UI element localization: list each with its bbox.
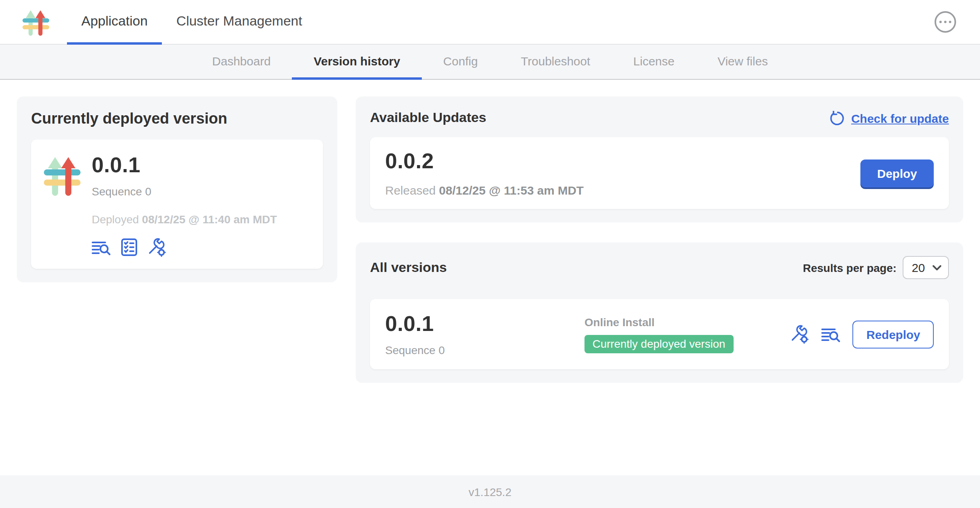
deployed-version-panel: 0.0.1 Sequence 0 Deployed 08/12/25 @ 11:… — [31, 140, 323, 269]
header-spacer — [317, 0, 935, 44]
app-logo-icon — [44, 155, 81, 196]
ellipsis-dot — [949, 21, 952, 24]
subnav-license[interactable]: License — [612, 45, 696, 80]
config-wrench-icon[interactable] — [148, 238, 167, 257]
redeploy-button[interactable]: Redeploy — [853, 320, 934, 348]
ellipsis-dot — [939, 21, 942, 24]
ellipsis-dot — [944, 21, 947, 24]
footer: v1.125.2 — [0, 475, 980, 508]
currently-deployed-title: Currently deployed version — [31, 110, 323, 128]
available-updates-card: Available Updates Check for update 0.0.2… — [356, 96, 963, 222]
logs-icon[interactable] — [92, 238, 111, 256]
subnav-view-files[interactable]: View files — [696, 45, 789, 80]
refresh-icon — [830, 110, 846, 126]
deployed-version-number: 0.0.1 — [92, 153, 277, 178]
install-type-label: Online Install — [584, 315, 791, 328]
results-per-page: Results per page: 20 — [803, 256, 949, 279]
version-row-status-block: Online Install Currently deployed versio… — [584, 315, 791, 353]
right-column: Available Updates Check for update 0.0.2… — [356, 96, 963, 383]
update-released-timestamp: Released 08/12/25 @ 11:53 am MDT — [385, 183, 584, 197]
results-per-page-label: Results per page: — [803, 261, 897, 274]
currently-deployed-card: Currently deployed version 0.0.1 Sequenc… — [17, 96, 337, 282]
subnav-config[interactable]: Config — [422, 45, 500, 80]
ellipsis-menu-button[interactable] — [935, 11, 956, 33]
logs-icon[interactable] — [822, 325, 841, 343]
version-row-actions: Redeploy — [791, 320, 934, 348]
available-update-row: 0.0.2 Released 08/12/25 @ 11:53 am MDT D… — [370, 137, 949, 209]
deployed-timestamp: Deployed 08/12/25 @ 11:40 am MDT — [92, 213, 277, 226]
row-sequence: Sequence 0 — [385, 344, 584, 356]
deployed-sequence: Sequence 0 — [92, 185, 277, 198]
subnav-troubleshoot[interactable]: Troubleshoot — [499, 45, 612, 80]
app-root: Application Cluster Management Dashboard… — [0, 0, 980, 508]
deployed-version-details: 0.0.1 Sequence 0 Deployed 08/12/25 @ 11:… — [92, 153, 277, 257]
chevron-down-icon — [932, 264, 942, 271]
page-subnav: Dashboard Version history Config Trouble… — [0, 45, 980, 80]
check-for-update-label: Check for update — [851, 111, 949, 125]
app-level-tabs: Application Cluster Management — [67, 0, 317, 44]
update-details: 0.0.2 Released 08/12/25 @ 11:53 am MDT — [385, 149, 584, 197]
currently-deployed-badge: Currently deployed version — [584, 335, 733, 353]
app-logo — [44, 153, 81, 257]
subnav-version-history[interactable]: Version history — [292, 45, 422, 80]
results-per-page-select[interactable]: 20 — [903, 256, 949, 279]
version-row: 0.0.1 Sequence 0 Online Install Currentl… — [370, 299, 949, 369]
tab-cluster-management[interactable]: Cluster Management — [162, 0, 317, 45]
app-logo — [22, 8, 49, 36]
deployed-action-icons — [92, 238, 277, 257]
app-logo-icon — [22, 8, 49, 35]
all-versions-title: All versions — [370, 260, 447, 276]
preflight-checklist-icon[interactable] — [120, 238, 138, 257]
results-per-page-value: 20 — [912, 261, 925, 274]
config-wrench-icon[interactable] — [791, 325, 810, 344]
deployed-timestamp-date: 08/12/25 @ 11:40 am MDT — [142, 213, 277, 226]
row-version-number: 0.0.1 — [385, 312, 584, 337]
check-for-update-link[interactable]: Check for update — [830, 110, 949, 126]
deploy-button[interactable]: Deploy — [860, 159, 934, 187]
all-versions-card: All versions Results per page: 20 0.0 — [356, 242, 963, 383]
subnav-dashboard[interactable]: Dashboard — [191, 45, 292, 80]
update-version-number: 0.0.2 — [385, 149, 584, 174]
update-released-date: 08/12/25 @ 11:53 am MDT — [439, 183, 584, 197]
top-header: Application Cluster Management — [0, 0, 980, 45]
tab-application[interactable]: Application — [67, 0, 162, 45]
console-version: v1.125.2 — [468, 485, 511, 498]
version-row-version-block: 0.0.1 Sequence 0 — [385, 312, 584, 356]
available-updates-title: Available Updates — [370, 110, 486, 126]
main-content: Currently deployed version 0.0.1 Sequenc… — [0, 80, 980, 475]
